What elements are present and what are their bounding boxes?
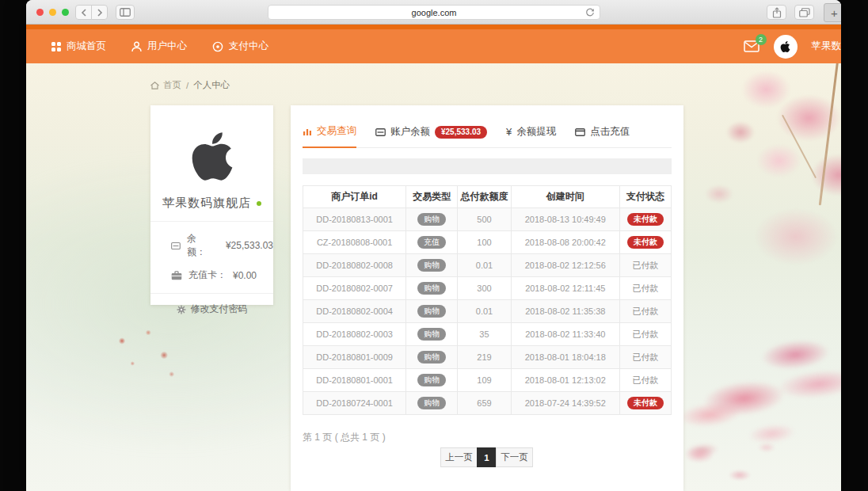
koi-fish-artwork — [667, 287, 841, 465]
type-badge: 购物 — [417, 328, 446, 341]
status-text: 已付款 — [632, 375, 658, 385]
wallet-icon — [375, 128, 386, 136]
type-badge: 购物 — [417, 259, 446, 272]
change-payment-password-button[interactable]: 修改支付密码 — [150, 293, 273, 316]
amount: 300 — [458, 277, 511, 300]
amount: 0.01 — [458, 300, 511, 323]
amount: 100 — [458, 231, 511, 254]
briefcase-icon — [171, 271, 182, 280]
prev-page-button[interactable]: 上一页 — [440, 447, 478, 467]
status-text: 已付款 — [632, 352, 658, 362]
created-time: 2018-08-13 10:49:49 — [511, 208, 619, 231]
balance-section: 余 额：¥25,533.03 充值卡：¥0.00 — [150, 222, 273, 293]
tab-overview-button[interactable] — [794, 5, 814, 20]
chevron-left-icon — [81, 9, 87, 17]
pagination: 上一页 1 下一页 — [303, 447, 672, 467]
created-time: 2018-08-08 20:00:42 — [511, 231, 619, 254]
tab-recharge[interactable]: 点击充值 — [575, 125, 630, 147]
amount: 500 — [458, 208, 511, 231]
balance-card-icon — [171, 242, 181, 250]
messages-button[interactable]: 2 — [744, 40, 760, 52]
nav-item-mall-home[interactable]: 商城首页 — [51, 40, 106, 53]
amount: 109 — [458, 369, 511, 392]
avatar[interactable] — [774, 35, 798, 59]
table-row: DD-20180724-0001 购物 659 2018-07-24 14:39… — [303, 392, 672, 415]
browser-toolbar: google.com + — [26, 0, 841, 25]
status-text: 已付款 — [632, 329, 658, 339]
amount: 659 — [458, 392, 511, 415]
nav-label: 用户中心 — [147, 40, 187, 53]
zoom-window-button[interactable] — [62, 9, 69, 16]
col-order-id: 商户订单id — [303, 186, 406, 208]
status-text: 已付款 — [632, 261, 658, 270]
share-button[interactable] — [767, 5, 786, 20]
order-id: DD-20180802-0007 — [303, 277, 406, 300]
sidebar-icon — [120, 8, 131, 17]
breadcrumb-separator: / — [186, 81, 188, 90]
status-badge: 未付款 — [627, 236, 664, 249]
balance-label: 余 额： — [187, 232, 219, 259]
window-controls — [36, 9, 69, 16]
new-tab-button[interactable]: + — [824, 3, 841, 22]
site-navbar: 商城首页 用户中心 支付中心 2 苹果数码旗舰店 — [26, 25, 841, 63]
reload-button[interactable] — [585, 8, 595, 17]
back-button[interactable] — [75, 5, 92, 20]
order-id: DD-20180801-0001 — [303, 369, 406, 392]
next-page-button[interactable]: 下一页 — [496, 447, 533, 467]
recharge-card-label: 充值卡： — [188, 268, 227, 282]
home-icon — [150, 82, 159, 89]
status-text: 已付款 — [632, 306, 658, 316]
table-header-row: 商户订单id 交易类型 总付款额度 创建时间 支付状态 — [303, 186, 672, 208]
balance-value: ¥25,533.03 — [226, 240, 273, 251]
amount: 219 — [458, 346, 511, 369]
breadcrumb: 首页 / 个人中心 — [150, 79, 230, 91]
breadcrumb-home-link[interactable]: 首页 — [150, 79, 181, 91]
address-bar[interactable]: google.com — [268, 5, 600, 20]
table-row: DD-20180802-0004 购物 0.01 2018-08-02 11:3… — [303, 300, 672, 323]
message-count-badge: 2 — [756, 34, 767, 45]
apple-logo-icon — [780, 40, 790, 53]
table-row: DD-20180813-0001 购物 500 2018-08-13 10:49… — [303, 208, 672, 231]
order-id: DD-20180813-0001 — [303, 208, 406, 231]
branch-artwork-small — [782, 115, 817, 178]
sidebar-toggle-button[interactable] — [116, 5, 135, 20]
created-time: 2018-08-02 12:12:56 — [511, 254, 619, 277]
col-created: 创建时间 — [511, 186, 619, 208]
type-badge: 购物 — [417, 374, 446, 386]
minimize-window-button[interactable] — [49, 9, 56, 16]
status-text: 已付款 — [632, 284, 658, 293]
col-type: 交易类型 — [406, 186, 458, 208]
page-info: 第 1 页 ( 总共 1 页 ) — [303, 431, 672, 444]
tab-account-balance[interactable]: 账户余额 ¥25,533.03 — [375, 125, 487, 147]
close-window-button[interactable] — [36, 9, 44, 16]
recharge-card-row: 充值卡：¥0.00 — [171, 268, 273, 282]
breadcrumb-home-label: 首页 — [163, 79, 181, 91]
col-amount: 总付款额度 — [458, 186, 511, 208]
apple-logo-large — [192, 129, 233, 184]
forward-button[interactable] — [91, 5, 108, 20]
store-name-text: 苹果数码旗舰店 — [162, 196, 251, 209]
nav-item-payment-center[interactable]: 支付中心 — [212, 40, 268, 53]
tab-withdraw[interactable]: ¥ 余额提现 — [506, 125, 556, 147]
order-id: DD-20180802-0004 — [303, 300, 406, 323]
created-time: 2018-08-02 11:33:40 — [511, 323, 619, 346]
transactions-table: 商户订单id 交易类型 总付款额度 创建时间 支付状态 DD-20180813-… — [303, 185, 672, 415]
page-content: 首页 / 个人中心 苹果数码旗舰店 余 额：¥25,533.03 — [26, 63, 841, 491]
tab-transaction-query[interactable]: 交易查询 — [303, 124, 356, 148]
recharge-card-icon — [575, 128, 585, 136]
table-row: DD-20180801-0009 购物 219 2018-08-01 18:04… — [303, 346, 672, 369]
grid-icon — [51, 42, 61, 51]
current-user-name[interactable]: 苹果数码旗舰店 — [812, 40, 842, 53]
change-payment-password-label: 修改支付密码 — [191, 303, 248, 316]
breadcrumb-current: 个人中心 — [193, 79, 230, 91]
online-status-dot — [257, 201, 261, 206]
status-badge: 未付款 — [627, 213, 664, 226]
store-name: 苹果数码旗舰店 — [150, 196, 273, 211]
type-badge: 购物 — [417, 305, 446, 318]
type-badge: 购物 — [417, 351, 446, 363]
current-page-button[interactable]: 1 — [477, 447, 497, 467]
order-id: DD-20180802-0003 — [303, 323, 406, 346]
bar-chart-icon — [303, 127, 312, 136]
nav-item-user-center[interactable]: 用户中心 — [131, 40, 187, 53]
browser-window: google.com + 商城首页 用户中心 — [26, 0, 841, 491]
